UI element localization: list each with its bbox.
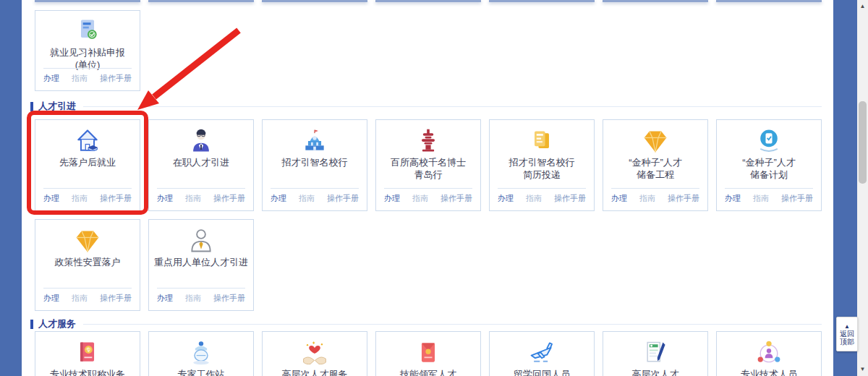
service-card[interactable]: 招才引智名校行简历投递办理指南操作手册 — [489, 119, 595, 211]
handle-link[interactable]: 办理 — [611, 193, 627, 204]
service-card[interactable]: “金种子”人才储备工程办理指南操作手册 — [603, 119, 708, 211]
service-card[interactable]: 就业见习补贴申报(单位)办理指南操作手册 — [35, 10, 140, 91]
house-graduate-icon — [73, 127, 102, 155]
manual-link[interactable]: 操作手册 — [668, 193, 699, 204]
manual-link[interactable]: 操作手册 — [781, 193, 813, 204]
manual-link[interactable]: 操作手册 — [441, 193, 472, 204]
back-to-top-label-line1: 返回 — [840, 330, 854, 338]
section-header: 人才引进 — [30, 101, 822, 112]
card-links: 办理指南操作手册 — [43, 288, 132, 304]
scrollbar-thumb[interactable] — [859, 101, 867, 184]
service-card[interactable]: 专专业技术职称业务办理指南操作手册 — [35, 331, 140, 376]
up-triangle-icon: ▲ — [844, 323, 850, 330]
handle-link[interactable]: 办理 — [725, 193, 741, 204]
expert-station-icon — [187, 339, 216, 367]
manual-link[interactable]: 操作手册 — [213, 293, 245, 304]
hands-heart-icon — [300, 339, 329, 367]
card-bottom-stub — [148, 0, 254, 2]
handle-link[interactable]: 办理 — [157, 293, 173, 304]
card-bottom-stub — [35, 0, 140, 2]
card-title: “金种子”人才储备工程 — [626, 156, 685, 181]
airplane-icon — [527, 339, 556, 367]
guide-link[interactable]: 指南 — [72, 73, 88, 84]
suit-person-icon — [187, 127, 216, 155]
service-card[interactable]: 技能领军人才办理指南操作手册 — [375, 331, 481, 376]
manual-link[interactable]: 操作手册 — [327, 193, 359, 204]
sculpture-icon — [414, 127, 443, 155]
diamond-icon — [641, 127, 670, 155]
manual-link[interactable]: 操作手册 — [100, 73, 132, 84]
card-bottom-stub — [375, 0, 481, 2]
card-row: 专专业技术职称业务办理指南操作手册专家工作站办理指南操作手册高层次人才服务办理指… — [35, 331, 822, 376]
handle-link[interactable]: 办理 — [43, 73, 59, 84]
service-card[interactable]: 百所高校千名博士青岛行办理指南操作手册 — [375, 119, 481, 211]
card-links: 办理指南操作手册 — [384, 188, 472, 204]
left-page-margin — [0, 0, 22, 376]
handle-link[interactable]: 办理 — [271, 193, 286, 204]
guide-link[interactable]: 指南 — [72, 193, 88, 204]
handle-link[interactable]: 办理 — [43, 293, 59, 304]
card-title: 招才引智名校行简历投递 — [506, 156, 578, 181]
back-to-top-label-line2: 顶部 — [840, 338, 854, 346]
card-title: 就业见习补贴申报(单位) — [47, 46, 128, 71]
guide-link[interactable]: 指南 — [72, 293, 88, 304]
card-title: “金种子”人才储备计划 — [739, 156, 799, 181]
guide-link[interactable]: 指南 — [299, 193, 315, 204]
card-title: 高层次人才服务 — [279, 368, 351, 376]
card-links: 办理指南操作手册 — [271, 188, 359, 204]
manual-link[interactable]: 操作手册 — [213, 193, 245, 204]
section-title: 人才服务 — [38, 317, 76, 330]
card-title: 专业技术职称业务 — [47, 368, 128, 376]
service-card[interactable]: 先落户后就业办理指南操作手册 — [35, 119, 140, 211]
handle-link[interactable]: 办理 — [43, 193, 59, 204]
card-links: 办理指南操作手册 — [725, 188, 813, 204]
handle-link[interactable]: 办理 — [384, 193, 400, 204]
manual-link[interactable]: 操作手册 — [554, 193, 586, 204]
scrollbar-up-arrow[interactable]: ▲ — [857, 1, 868, 12]
card-title: 留学回国人员 — [511, 368, 573, 376]
card-title: 招才引智名校行 — [279, 156, 351, 168]
card-title: 重点用人单位人才引进 — [151, 256, 251, 268]
service-card[interactable]: 留学回国人员办理指南操作手册 — [489, 331, 595, 376]
service-card[interactable]: 在职人才引进办理指南操作手册 — [148, 119, 254, 211]
back-to-top-button[interactable]: ▲ 返回 顶部 — [836, 317, 858, 351]
guide-link[interactable]: 指南 — [753, 193, 769, 204]
guide-link[interactable]: 指南 — [526, 193, 542, 204]
page: 就业见习补贴申报(单位)办理指南操作手册人才引进先落户后就业办理指南操作手册在职… — [0, 0, 868, 376]
scrollbar-down-arrow[interactable]: ▼ — [857, 364, 868, 375]
service-card[interactable]: 专业技术人员办理指南操作手册 — [716, 331, 822, 376]
service-card[interactable]: 政策性安置落户办理指南操作手册 — [35, 219, 140, 311]
guide-link[interactable]: 指南 — [185, 193, 201, 204]
service-card[interactable]: “金种子”人才储备计划办理指南操作手册 — [716, 119, 822, 211]
handle-link[interactable]: 办理 — [157, 193, 173, 204]
card-links: 办理指南操作手册 — [157, 288, 245, 304]
card-title: 百所高校千名博士青岛行 — [388, 156, 469, 181]
service-card[interactable]: 重点用人单位人才引进办理指南操作手册 — [148, 219, 254, 311]
card-title: 政策性安置落户 — [52, 256, 124, 268]
handle-link[interactable]: 办理 — [498, 193, 514, 204]
guide-link[interactable]: 指南 — [639, 193, 655, 204]
card-links: 办理指南操作手册 — [498, 188, 586, 204]
service-card[interactable]: 专家工作站办理指南操作手册 — [148, 331, 254, 376]
section-header-bar-icon — [30, 320, 33, 329]
card-bottom-stub — [262, 0, 367, 2]
guide-link[interactable]: 指南 — [412, 193, 428, 204]
document-check-icon — [73, 17, 102, 45]
service-card[interactable]: 招才引智名校行办理指南操作手册 — [262, 119, 367, 211]
card-title: 在职人才引进 — [170, 156, 232, 168]
card-bottom-stub — [489, 0, 595, 2]
resume-stack-icon — [527, 127, 556, 155]
card-row: 就业见习补贴申报(单位)办理指南操作手册 — [35, 10, 140, 91]
card-title: 先落户后就业 — [56, 156, 119, 168]
scrollbar[interactable]: ▲ ▼ — [857, 0, 868, 376]
card-row: 政策性安置落户办理指南操作手册重点用人单位人才引进办理指南操作手册 — [35, 219, 254, 311]
guide-link[interactable]: 指南 — [185, 293, 201, 304]
clipboard-check-icon — [754, 127, 783, 155]
manual-link[interactable]: 操作手册 — [100, 293, 132, 304]
service-card[interactable]: 高层次人才服务办理指南操作手册 — [262, 331, 367, 376]
service-card[interactable]: 高层次人才办理指南操作手册 — [603, 331, 708, 376]
title-book-icon: 专 — [73, 339, 102, 367]
card-title: 技能领军人才 — [397, 368, 459, 376]
manual-link[interactable]: 操作手册 — [100, 193, 132, 204]
card-links: 办理指南操作手册 — [611, 188, 699, 204]
